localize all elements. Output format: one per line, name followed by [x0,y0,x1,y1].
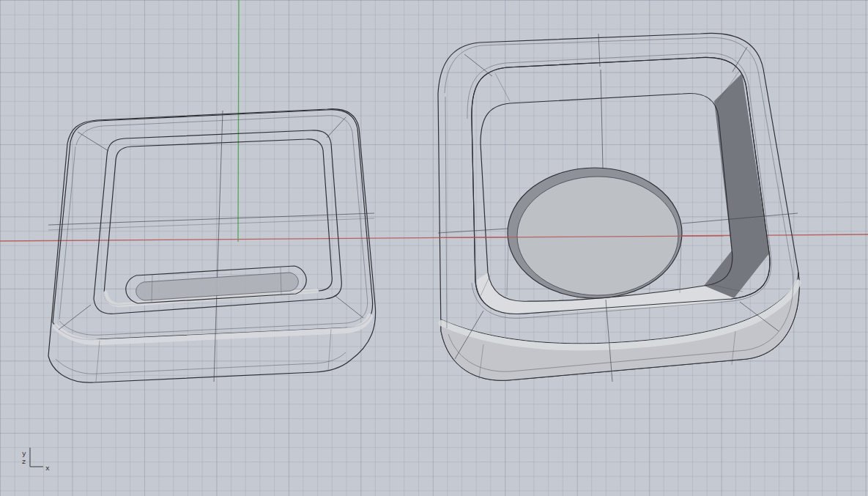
box-inner-wall-right [704,73,769,298]
y-axis-label: y [22,449,26,457]
box-left-fillet-line [445,97,447,328]
z-axis-label: z [22,457,26,465]
lid-top-fillet-line [59,116,368,336]
box-model[interactable] [438,33,799,382]
x-axis-label: x [45,464,50,472]
lid-model[interactable] [48,109,376,382]
viewport-canvas: y z x [0,0,868,496]
lid-bottom-fillet-line [56,352,346,374]
world-axes-indicator: y z x [22,448,50,472]
y-axis-line [238,0,239,242]
perspective-viewport[interactable]: y z x [0,0,868,496]
